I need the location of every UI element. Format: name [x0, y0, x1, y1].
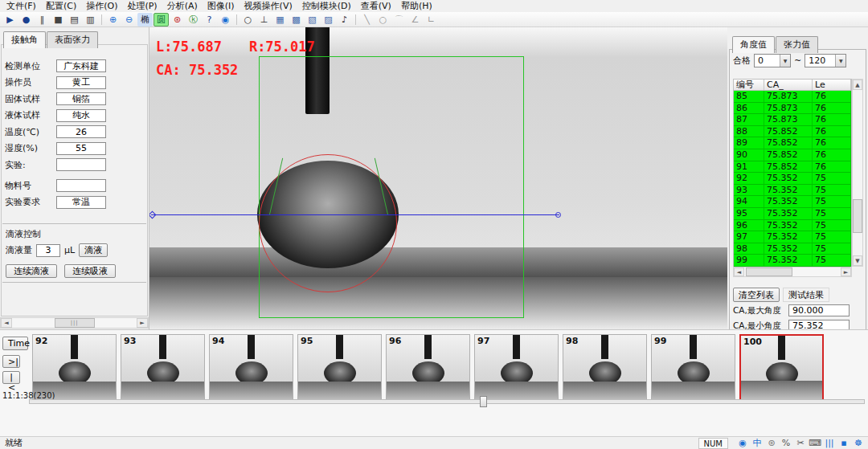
- table-row[interactable]: 9775.35275: [734, 231, 851, 243]
- gear-icon[interactable]: ☸: [852, 437, 865, 449]
- frame-thumbnail-99[interactable]: 99: [651, 334, 735, 402]
- hscroll-track[interactable]: [744, 267, 841, 276]
- humidity-input[interactable]: [56, 142, 106, 155]
- solid-sample-input[interactable]: [56, 92, 106, 105]
- capture-icon[interactable]: ▥: [83, 13, 98, 27]
- punctuation-icon[interactable]: %: [780, 437, 792, 449]
- frame-thumbnail-98[interactable]: 98: [563, 334, 647, 402]
- scroll-down-icon[interactable]: ▼: [853, 255, 862, 266]
- camera-icon[interactable]: ▤: [67, 13, 82, 27]
- hscroll-thumb[interactable]: [746, 267, 792, 276]
- column-header-le[interactable]: Le: [813, 80, 851, 90]
- play-icon[interactable]: ▶: [2, 13, 18, 27]
- max-angle-value[interactable]: [788, 304, 850, 316]
- no-crosshair-icon[interactable]: ⊖: [121, 13, 137, 27]
- circle-fit-button[interactable]: 圆: [154, 13, 169, 27]
- video-view[interactable]: L:75.687 R:75.017 CA: 75.352: [149, 27, 727, 329]
- drop-shape-icon[interactable]: ○: [240, 13, 256, 27]
- hscroll-thumb[interactable]: |||: [55, 318, 95, 328]
- frame-thumbnail-95[interactable]: 95: [297, 334, 382, 402]
- scroll-left-icon[interactable]: ◄: [734, 267, 744, 276]
- table-row[interactable]: 9075.85276: [734, 149, 851, 161]
- requirement-input[interactable]: [56, 196, 106, 209]
- table-row[interactable]: 9975.35275: [734, 255, 851, 267]
- test-unit-input[interactable]: [56, 59, 106, 72]
- ime-lang-icon[interactable]: 中: [751, 437, 764, 449]
- left-panel-hscrollbar[interactable]: ◄ ||| ►: [0, 317, 149, 329]
- arc-tool-icon[interactable]: ⌒: [391, 13, 407, 27]
- ime-user-icon[interactable]: ◉: [736, 437, 749, 449]
- frame-thumbnail-93[interactable]: 93: [121, 334, 205, 402]
- square-icon[interactable]: ▪: [837, 437, 850, 449]
- table-row[interactable]: 9875.35275: [734, 243, 851, 255]
- menu-item-video-ops[interactable]: 视频操作(V): [240, 0, 297, 12]
- operator-input[interactable]: [56, 76, 106, 89]
- menu-item-analysis[interactable]: 分析(A): [162, 0, 203, 12]
- table-row[interactable]: 8575.87376: [734, 91, 851, 103]
- seek-handle[interactable]: [480, 396, 487, 407]
- scroll-left-icon[interactable]: ◄: [1, 318, 12, 328]
- frame-thumbnail-94[interactable]: 94: [209, 334, 293, 402]
- menu-item-config[interactable]: 配置(C): [41, 0, 81, 12]
- frame-thumbnail-100[interactable]: 100: [739, 334, 824, 402]
- menu-item-image[interactable]: 图像(I): [203, 0, 240, 12]
- table-row[interactable]: 9375.35275: [734, 185, 851, 197]
- column-header-ca[interactable]: CA_: [764, 80, 813, 90]
- table-row[interactable]: 8775.87376: [734, 114, 851, 126]
- crosshair-icon[interactable]: ⊕: [105, 13, 121, 27]
- test-result-button[interactable]: 测试结果: [783, 288, 829, 302]
- table-row[interactable]: 9475.35275: [734, 196, 851, 208]
- pause-icon[interactable]: ‖: [35, 13, 50, 27]
- table-vscrollbar[interactable]: ▲ ▼: [852, 79, 863, 267]
- tab-contact-angle[interactable]: 接触角: [3, 31, 46, 48]
- keyboard-icon[interactable]: ⌨: [809, 437, 821, 449]
- drop-volume-input[interactable]: [36, 244, 60, 257]
- corner-tool-icon[interactable]: ∟: [424, 13, 439, 27]
- baseline-right-handle[interactable]: [555, 212, 561, 218]
- ime-settings-icon[interactable]: ⊛: [765, 437, 778, 449]
- hscroll-track[interactable]: |||: [12, 318, 137, 328]
- frame-right-icon[interactable]: ▨: [321, 13, 336, 27]
- table-row[interactable]: 9275.35275: [734, 173, 851, 185]
- time-button[interactable]: Time: [2, 337, 28, 350]
- table-row[interactable]: 8875.85276: [734, 126, 851, 138]
- range-from-select[interactable]: 0 ▼: [754, 54, 791, 67]
- frame-thumbnail-97[interactable]: 97: [474, 334, 559, 402]
- range-to-select[interactable]: 120 ▼: [805, 54, 846, 67]
- continuous-drop-button[interactable]: 连续滴液: [6, 264, 57, 278]
- table-hscrollbar[interactable]: ◄ ►: [733, 267, 852, 277]
- vscroll-thumb[interactable]: [853, 199, 862, 233]
- table-row[interactable]: 9575.35275: [734, 208, 851, 220]
- table-row[interactable]: 8675.87376: [734, 103, 851, 115]
- experiment-input[interactable]: [56, 158, 106, 171]
- drop-button[interactable]: 滴液: [79, 243, 108, 257]
- image-fill-icon[interactable]: ▩: [289, 13, 304, 27]
- young-laplace-icon[interactable]: ⊛: [170, 13, 185, 27]
- menu-item-help[interactable]: 帮助(H): [396, 0, 437, 12]
- cut-icon[interactable]: ✂: [794, 437, 807, 449]
- tab-angle-values[interactable]: 角度值: [732, 36, 775, 53]
- angle-tool-icon[interactable]: ∠: [407, 13, 423, 27]
- seek-slider[interactable]: [29, 399, 865, 404]
- table-row[interactable]: 8975.85276: [734, 137, 851, 149]
- menu-item-process[interactable]: 处理(P): [122, 0, 162, 12]
- step-forward-button[interactable]: >|: [2, 355, 20, 368]
- scroll-right-icon[interactable]: ►: [137, 318, 148, 328]
- stop-icon[interactable]: ■: [51, 13, 66, 27]
- scroll-up-icon[interactable]: ▲: [853, 80, 862, 90]
- table-row[interactable]: 9675.35275: [734, 220, 851, 232]
- frame-thumbnail-96[interactable]: 96: [386, 334, 470, 402]
- material-no-input[interactable]: [56, 179, 106, 192]
- image-grid-icon[interactable]: ▦: [272, 13, 288, 27]
- circle-tool-icon[interactable]: ○: [375, 13, 391, 27]
- baseline-tool-icon[interactable]: ⊥: [256, 13, 272, 27]
- menu-item-operation[interactable]: 操作(O): [81, 0, 122, 12]
- tab-surface-tension[interactable]: 表面张力: [47, 31, 98, 48]
- signal-bars-icon[interactable]: |||: [823, 437, 836, 449]
- speaker-icon[interactable]: ♪: [337, 13, 352, 27]
- menu-item-view[interactable]: 查看(V): [356, 0, 396, 12]
- menu-item-control-module[interactable]: 控制模块(D): [297, 0, 356, 12]
- baseline-left-handle[interactable]: [149, 211, 156, 219]
- dropdown-icon[interactable]: ▼: [835, 55, 845, 67]
- frame-left-icon[interactable]: ▧: [305, 13, 320, 27]
